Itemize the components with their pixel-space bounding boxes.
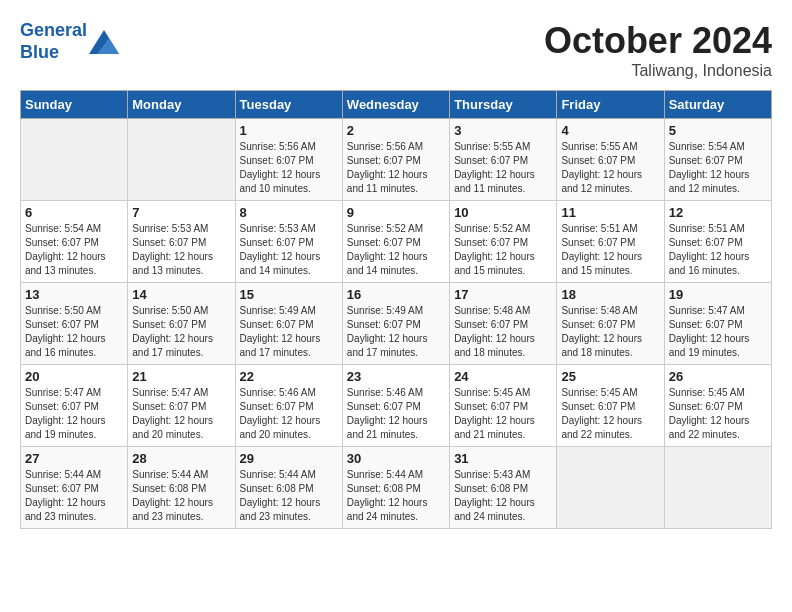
day-number: 30 [347,451,445,466]
calendar-cell: 5Sunrise: 5:54 AM Sunset: 6:07 PM Daylig… [664,119,771,201]
day-info: Sunrise: 5:52 AM Sunset: 6:07 PM Dayligh… [454,222,552,278]
calendar-cell: 17Sunrise: 5:48 AM Sunset: 6:07 PM Dayli… [450,283,557,365]
day-number: 26 [669,369,767,384]
weekday-header-row: SundayMondayTuesdayWednesdayThursdayFrid… [21,91,772,119]
weekday-header-cell: Friday [557,91,664,119]
logo-text: GeneralBlue [20,20,87,63]
day-info: Sunrise: 5:44 AM Sunset: 6:07 PM Dayligh… [25,468,123,524]
day-info: Sunrise: 5:54 AM Sunset: 6:07 PM Dayligh… [25,222,123,278]
day-number: 4 [561,123,659,138]
day-number: 28 [132,451,230,466]
day-number: 19 [669,287,767,302]
day-info: Sunrise: 5:44 AM Sunset: 6:08 PM Dayligh… [132,468,230,524]
day-info: Sunrise: 5:55 AM Sunset: 6:07 PM Dayligh… [454,140,552,196]
day-info: Sunrise: 5:52 AM Sunset: 6:07 PM Dayligh… [347,222,445,278]
month-title: October 2024 [544,20,772,62]
day-number: 11 [561,205,659,220]
day-info: Sunrise: 5:51 AM Sunset: 6:07 PM Dayligh… [669,222,767,278]
calendar-cell: 12Sunrise: 5:51 AM Sunset: 6:07 PM Dayli… [664,201,771,283]
weekday-header-cell: Sunday [21,91,128,119]
day-number: 21 [132,369,230,384]
weekday-header-cell: Thursday [450,91,557,119]
calendar-cell: 4Sunrise: 5:55 AM Sunset: 6:07 PM Daylig… [557,119,664,201]
calendar-cell: 11Sunrise: 5:51 AM Sunset: 6:07 PM Dayli… [557,201,664,283]
day-info: Sunrise: 5:48 AM Sunset: 6:07 PM Dayligh… [454,304,552,360]
weekday-header-cell: Saturday [664,91,771,119]
calendar-cell: 23Sunrise: 5:46 AM Sunset: 6:07 PM Dayli… [342,365,449,447]
day-number: 7 [132,205,230,220]
day-number: 14 [132,287,230,302]
calendar-cell: 10Sunrise: 5:52 AM Sunset: 6:07 PM Dayli… [450,201,557,283]
calendar-cell: 7Sunrise: 5:53 AM Sunset: 6:07 PM Daylig… [128,201,235,283]
day-info: Sunrise: 5:45 AM Sunset: 6:07 PM Dayligh… [669,386,767,442]
calendar-cell: 8Sunrise: 5:53 AM Sunset: 6:07 PM Daylig… [235,201,342,283]
day-number: 3 [454,123,552,138]
calendar-cell: 9Sunrise: 5:52 AM Sunset: 6:07 PM Daylig… [342,201,449,283]
day-info: Sunrise: 5:43 AM Sunset: 6:08 PM Dayligh… [454,468,552,524]
calendar-cell: 28Sunrise: 5:44 AM Sunset: 6:08 PM Dayli… [128,447,235,529]
day-info: Sunrise: 5:45 AM Sunset: 6:07 PM Dayligh… [561,386,659,442]
calendar-week-row: 27Sunrise: 5:44 AM Sunset: 6:07 PM Dayli… [21,447,772,529]
day-info: Sunrise: 5:49 AM Sunset: 6:07 PM Dayligh… [347,304,445,360]
day-info: Sunrise: 5:56 AM Sunset: 6:07 PM Dayligh… [240,140,338,196]
day-info: Sunrise: 5:46 AM Sunset: 6:07 PM Dayligh… [240,386,338,442]
calendar-cell [128,119,235,201]
day-info: Sunrise: 5:50 AM Sunset: 6:07 PM Dayligh… [132,304,230,360]
calendar-table: SundayMondayTuesdayWednesdayThursdayFrid… [20,90,772,529]
day-info: Sunrise: 5:48 AM Sunset: 6:07 PM Dayligh… [561,304,659,360]
calendar-body: 1Sunrise: 5:56 AM Sunset: 6:07 PM Daylig… [21,119,772,529]
day-info: Sunrise: 5:56 AM Sunset: 6:07 PM Dayligh… [347,140,445,196]
calendar-cell: 14Sunrise: 5:50 AM Sunset: 6:07 PM Dayli… [128,283,235,365]
day-number: 5 [669,123,767,138]
calendar-cell: 21Sunrise: 5:47 AM Sunset: 6:07 PM Dayli… [128,365,235,447]
weekday-header-cell: Wednesday [342,91,449,119]
day-number: 13 [25,287,123,302]
day-info: Sunrise: 5:44 AM Sunset: 6:08 PM Dayligh… [240,468,338,524]
day-info: Sunrise: 5:55 AM Sunset: 6:07 PM Dayligh… [561,140,659,196]
calendar-cell [664,447,771,529]
calendar-cell: 2Sunrise: 5:56 AM Sunset: 6:07 PM Daylig… [342,119,449,201]
calendar-cell: 27Sunrise: 5:44 AM Sunset: 6:07 PM Dayli… [21,447,128,529]
day-number: 8 [240,205,338,220]
calendar-cell: 20Sunrise: 5:47 AM Sunset: 6:07 PM Dayli… [21,365,128,447]
day-info: Sunrise: 5:47 AM Sunset: 6:07 PM Dayligh… [669,304,767,360]
weekday-header-cell: Monday [128,91,235,119]
day-number: 6 [25,205,123,220]
day-number: 25 [561,369,659,384]
title-block: October 2024 Taliwang, Indonesia [544,20,772,80]
logo: GeneralBlue [20,20,119,63]
day-number: 17 [454,287,552,302]
location-subtitle: Taliwang, Indonesia [544,62,772,80]
calendar-week-row: 20Sunrise: 5:47 AM Sunset: 6:07 PM Dayli… [21,365,772,447]
calendar-week-row: 6Sunrise: 5:54 AM Sunset: 6:07 PM Daylig… [21,201,772,283]
calendar-week-row: 1Sunrise: 5:56 AM Sunset: 6:07 PM Daylig… [21,119,772,201]
calendar-cell [21,119,128,201]
calendar-cell: 13Sunrise: 5:50 AM Sunset: 6:07 PM Dayli… [21,283,128,365]
calendar-cell: 26Sunrise: 5:45 AM Sunset: 6:07 PM Dayli… [664,365,771,447]
weekday-header-cell: Tuesday [235,91,342,119]
day-number: 9 [347,205,445,220]
calendar-cell: 16Sunrise: 5:49 AM Sunset: 6:07 PM Dayli… [342,283,449,365]
calendar-cell: 29Sunrise: 5:44 AM Sunset: 6:08 PM Dayli… [235,447,342,529]
day-number: 16 [347,287,445,302]
day-number: 12 [669,205,767,220]
day-number: 23 [347,369,445,384]
day-info: Sunrise: 5:51 AM Sunset: 6:07 PM Dayligh… [561,222,659,278]
calendar-week-row: 13Sunrise: 5:50 AM Sunset: 6:07 PM Dayli… [21,283,772,365]
day-info: Sunrise: 5:50 AM Sunset: 6:07 PM Dayligh… [25,304,123,360]
day-number: 22 [240,369,338,384]
calendar-cell [557,447,664,529]
day-info: Sunrise: 5:46 AM Sunset: 6:07 PM Dayligh… [347,386,445,442]
day-info: Sunrise: 5:47 AM Sunset: 6:07 PM Dayligh… [25,386,123,442]
day-info: Sunrise: 5:47 AM Sunset: 6:07 PM Dayligh… [132,386,230,442]
day-info: Sunrise: 5:53 AM Sunset: 6:07 PM Dayligh… [132,222,230,278]
day-number: 27 [25,451,123,466]
calendar-cell: 1Sunrise: 5:56 AM Sunset: 6:07 PM Daylig… [235,119,342,201]
day-number: 24 [454,369,552,384]
calendar-cell: 6Sunrise: 5:54 AM Sunset: 6:07 PM Daylig… [21,201,128,283]
day-number: 18 [561,287,659,302]
day-info: Sunrise: 5:54 AM Sunset: 6:07 PM Dayligh… [669,140,767,196]
calendar-cell: 25Sunrise: 5:45 AM Sunset: 6:07 PM Dayli… [557,365,664,447]
day-number: 29 [240,451,338,466]
day-info: Sunrise: 5:44 AM Sunset: 6:08 PM Dayligh… [347,468,445,524]
